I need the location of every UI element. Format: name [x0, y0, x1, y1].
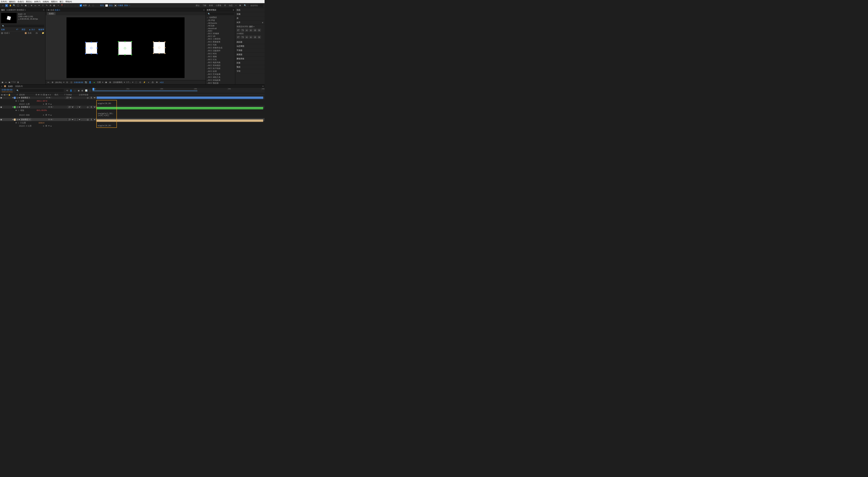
blend-mode[interactable]: 正常 — [67, 118, 74, 121]
panel-preview[interactable]: 预览 — [235, 65, 265, 69]
eraser-tool[interactable]: ◧ — [53, 4, 56, 7]
layer-switches[interactable]: 单 ❋ / — [48, 118, 67, 121]
time-ruler[interactable]: :00s 01s 02s 03s 04s 05s — [93, 88, 265, 93]
pixel-icon[interactable]: ⊡ — [139, 81, 142, 84]
menu-view[interactable]: 视图(V) — [51, 0, 58, 3]
parent-dd[interactable]: 无 — [89, 96, 96, 99]
ws-standard[interactable]: 标准 — [209, 4, 213, 7]
dist-vcenter-icon[interactable]: ⫎ — [241, 36, 244, 39]
menu-help[interactable]: 帮助(H) — [65, 0, 72, 3]
effects-category[interactable]: BCC 预览器 — [206, 82, 235, 84]
effects-category[interactable]: BCC 模糊 — [206, 55, 235, 58]
stopwatch-icon[interactable]: ⊙ — [18, 100, 19, 102]
blend-mode[interactable]: 正常 — [65, 96, 72, 99]
twirl-icon[interactable]: ▾ — [12, 97, 13, 99]
playhead[interactable] — [93, 88, 94, 90]
fill-swatch[interactable] — [105, 4, 108, 7]
timecode[interactable]: 0:00:00:00 00000 (25.00 fps) — [0, 89, 14, 93]
expression-controls[interactable]: ≡ ⦿ ◉ ▸ — [43, 114, 52, 116]
layer-color-tag[interactable] — [14, 118, 16, 121]
views-dd[interactable]: 1个... — [126, 81, 131, 83]
ws-small[interactable]: 小屏幕 — [216, 4, 221, 7]
expression-text[interactable]: wiggle(10,20) — [97, 124, 112, 127]
effects-category[interactable]: BCC VR — [206, 35, 235, 37]
dist-bottom-icon[interactable]: ⫏ — [245, 36, 248, 39]
snapshot-icon[interactable]: 📷 — [85, 81, 87, 84]
pen-tool[interactable]: ✒ — [38, 4, 40, 7]
stopwatch-icon[interactable]: ⊙ — [18, 122, 19, 124]
clone-tool[interactable]: ⧉ — [49, 4, 52, 7]
layer-bar[interactable] — [97, 120, 263, 122]
prop-value[interactable]: 1016.4 — [38, 122, 44, 124]
viewport[interactable] — [45, 15, 206, 80]
frame-blend-icon[interactable]: ▣ — [77, 89, 80, 92]
ws-default[interactable]: 默认 — [196, 4, 199, 7]
draft3d-icon[interactable]: ⬚ — [73, 89, 76, 92]
effects-category[interactable]: BCC 三维空间 — [206, 37, 235, 40]
world-axis-icon[interactable]: ⬚ — [70, 4, 73, 7]
prop-value[interactable]: 268.2, 337.6 — [37, 100, 47, 102]
expression-text[interactable]: wiggle(10,20) — [97, 102, 112, 105]
add-menu[interactable]: 添加: ○ — [124, 4, 130, 7]
trkmat-dd[interactable]: 无 — [76, 106, 81, 108]
brush-tool[interactable]: ✎ — [45, 4, 48, 7]
hide-icon[interactable]: ⬚ — [89, 89, 92, 92]
fill-label[interactable]: 填充: — [100, 4, 104, 7]
align-hcenter-icon[interactable]: ⫎ — [241, 29, 244, 32]
viewer-tab[interactable]: 合成 合成 1 — [50, 9, 60, 11]
blend-mode[interactable]: 正常 — [67, 106, 74, 108]
expression-controls[interactable]: ≡ ⦿ ◉ ▸ — [43, 125, 52, 127]
effects-category[interactable]: BCC 简单跟踪 — [206, 64, 235, 67]
show-snap-icon[interactable]: 👤 — [89, 81, 92, 84]
panel-align[interactable]: 对齐≡ — [235, 21, 265, 25]
twirl-icon[interactable]: ▾ — [16, 100, 17, 102]
effects-category[interactable]: BCC 电影风格 — [206, 61, 235, 64]
effects-category[interactable]: AE流体 — [206, 24, 235, 27]
expression-controls[interactable]: ≡ ⦿ ◉ ▸ — [43, 103, 52, 105]
timeline-search[interactable] — [16, 89, 64, 92]
panel-menu-icon[interactable]: ≡ — [43, 9, 44, 11]
res-icon[interactable]: ⊡ — [66, 81, 69, 84]
panel-menu-icon[interactable]: ≡ — [262, 22, 263, 24]
orbit-tool[interactable]: ◯ — [17, 4, 20, 7]
project-item[interactable]: 合成 1 合成 25 📁 — [0, 31, 45, 35]
resolution-dd[interactable]: 完整 — [97, 81, 101, 83]
share-icon[interactable]: ⬚ — [135, 81, 137, 84]
magnify-icon[interactable]: ▭ — [47, 81, 50, 84]
transparency-icon[interactable]: ⊞ — [109, 81, 112, 84]
col-fps[interactable]: 帧速率 — [38, 28, 44, 31]
visibility-icon[interactable]: ◉ — [0, 106, 2, 108]
menu-edit[interactable]: 编辑(E) — [9, 0, 16, 3]
layer-bar[interactable] — [97, 107, 263, 109]
rect-tool[interactable]: ▭ — [34, 4, 37, 7]
effects-category[interactable]: BCC 时间 — [206, 52, 235, 55]
time-display[interactable]: 0:00:00:00 — [74, 81, 83, 83]
local-axis-icon[interactable]: ⬚ — [66, 4, 69, 7]
trash-icon[interactable]: 🗑 — [17, 81, 20, 83]
visibility-icon[interactable]: ◉ — [0, 97, 2, 99]
dist-left-icon[interactable]: ⫐ — [249, 36, 253, 39]
twirl-icon[interactable]: ▾ — [12, 106, 13, 108]
effects-category[interactable]: BCC 灯光 — [206, 58, 235, 61]
col-type[interactable]: 类型 — [22, 28, 25, 31]
parent-dd[interactable]: 无 — [89, 118, 96, 121]
anchor-tool[interactable]: ⊕ — [30, 4, 33, 7]
align-right-icon[interactable]: ⫏ — [245, 29, 248, 32]
panel-wiggler[interactable]: 摇摆器 — [235, 53, 265, 57]
col-name[interactable]: 名称 — [1, 28, 13, 31]
stroke-width[interactable]: 0 像素 — [118, 4, 123, 7]
effects-category[interactable]: BAO — [206, 30, 235, 32]
graph-icon[interactable]: 📊 — [85, 89, 88, 92]
project-search[interactable] — [1, 25, 44, 27]
tab-effect-controls[interactable]: ■ 效果控件 形状图层 1 — [7, 9, 26, 11]
snap-opt2-icon[interactable]: ⬚ — [92, 4, 94, 7]
mask-icon[interactable]: ◫ — [70, 81, 73, 84]
comp-thumbnail[interactable] — [1, 13, 17, 23]
twirl-icon[interactable]: ▾ — [16, 122, 17, 124]
selection-tool[interactable]: ▸ — [5, 4, 8, 7]
tab-project[interactable]: 项目 — [1, 9, 5, 11]
dist-hcenter-icon[interactable]: ⫑ — [253, 36, 257, 39]
roi-icon[interactable]: ▣ — [105, 81, 107, 84]
timeline-icon[interactable]: ≡ — [147, 81, 150, 84]
panel-library[interactable]: 库 — [235, 16, 265, 21]
